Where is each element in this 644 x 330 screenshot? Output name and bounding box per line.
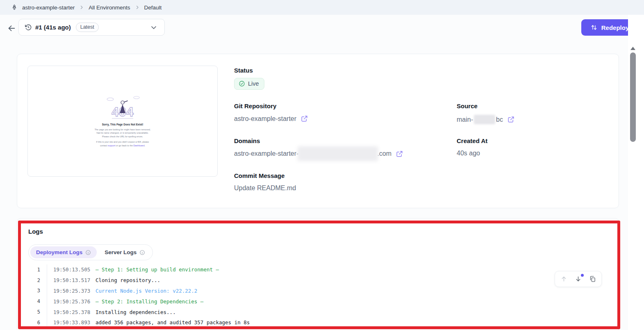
check-circle-icon (239, 80, 245, 87)
source-value: main-bc (457, 115, 503, 124)
copy-icon (589, 275, 596, 282)
log-line-number: 4 (17, 298, 40, 304)
scroll-to-top-button[interactable] (560, 275, 567, 282)
commit-message-label: Commit Message (234, 172, 296, 179)
created-at-value: 40s ago (457, 150, 480, 157)
git-repository-field: Git Repository astro-example-starter (234, 102, 308, 123)
redeploy-label: Redeploy (601, 24, 629, 31)
log-line-number: 6 (17, 320, 40, 325)
back-button[interactable] (6, 23, 17, 34)
preview-paragraph: The page you are looking for might have … (95, 128, 151, 139)
chevron-right-icon (79, 5, 84, 10)
chevron-right-icon (135, 5, 140, 10)
breadcrumb-environments[interactable]: All Environments (89, 5, 130, 11)
domain-value: astro-example-starter-.com (234, 150, 391, 158)
external-link-icon[interactable] (396, 150, 403, 158)
tab-deployment-logs-label: Deployment Logs (36, 249, 82, 255)
breadcrumb-project[interactable]: astro-example-starter (22, 5, 75, 11)
deployment-version-label: #1 (41s ago) (35, 24, 71, 31)
commit-message-field: Commit Message Update README.md (234, 172, 296, 192)
info-icon[interactable] (139, 250, 145, 255)
deployment-overview-card: 404 Sorry, This Page Does Not Exist! The… (17, 54, 619, 208)
log-viewer[interactable]: 1 19:50:13.505— Step 1: Setting up build… (17, 264, 619, 328)
log-timestamp: 19:50:33.893 (53, 319, 96, 325)
log-message: Installing dependencies... (96, 309, 176, 315)
preview-line5-pre: contact (100, 144, 108, 147)
status-field: Status Live (234, 67, 264, 90)
log-timestamp: 19:50:25.376 (53, 298, 96, 305)
preview-line2: had its name changed, or is temporarily … (96, 132, 148, 134)
domains-label: Domains (234, 137, 403, 144)
log-line: 4 19:50:25.376— Step 2: Installing Depen… (17, 296, 619, 307)
created-at-label: Created At (457, 137, 487, 144)
preview-line5-mid: or go back to the (116, 144, 134, 147)
source-hash-suffix: bc (496, 116, 503, 123)
log-message: added 356 packages, and audited 357 pack… (96, 319, 250, 325)
domain-suffix: .com (377, 150, 391, 157)
log-line-number: 1 (17, 267, 40, 273)
tab-server-logs-label: Server Logs (105, 249, 137, 255)
log-line: 6 19:50:33.893added 356 packages, and au… (17, 317, 619, 328)
source-branch-prefix: main- (457, 116, 473, 123)
commit-message-value: Update README.md (234, 184, 296, 192)
page-header: #1 (41s ago) Latest Redeploy (0, 15, 644, 43)
log-controls (555, 271, 602, 287)
status-badge: Live (234, 78, 264, 90)
site-preview-thumbnail[interactable]: 404 Sorry, This Page Does Not Exist! The… (27, 66, 218, 177)
domain-prefix: astro-example-starter- (234, 150, 298, 157)
domains-field: Domains astro-example-starter-.com (234, 137, 403, 158)
breadcrumb: astro-example-starter All Environments D… (0, 0, 644, 15)
preview-support-link: support (108, 144, 115, 147)
log-line: 5 19:50:25.378Installing dependencies... (17, 307, 619, 317)
redacted-domain (298, 146, 378, 161)
scroll-to-bottom-button[interactable] (575, 275, 582, 282)
log-line: 3 19:50:25.373Current Node.js Version: v… (17, 286, 619, 296)
breadcrumb-default[interactable]: Default (144, 5, 162, 11)
copy-logs-button[interactable] (589, 275, 596, 282)
git-repository-value: astro-example-starter (234, 115, 296, 123)
tab-deployment-logs[interactable]: Deployment Logs (30, 246, 97, 258)
log-message: Current Node.js Version: v22.22.2 (96, 288, 197, 294)
source-label: Source (457, 102, 515, 109)
logs-card: Logs Deployment Logs Server Logs 1 19:50… (17, 218, 619, 330)
status-value: Live (248, 80, 259, 87)
log-line: 2 19:50:13.517Cloning repository... (17, 275, 619, 286)
log-message: — Step 1: Setting up build environment — (96, 266, 219, 273)
scrollbar-thumb[interactable] (630, 52, 636, 142)
preview-paragraph2: If this is your site and you didn't expe… (96, 140, 149, 147)
deployment-selector[interactable]: #1 (41s ago) Latest (18, 19, 165, 36)
logs-tab-group: Deployment Logs Server Logs (28, 244, 153, 260)
new-logs-indicator-dot (581, 274, 584, 277)
history-icon (25, 24, 32, 31)
tab-server-logs[interactable]: Server Logs (99, 246, 151, 258)
log-line-number: 2 (17, 278, 40, 283)
log-message: Cloning repository... (96, 277, 160, 283)
preview-line4: If this is your site and you didn't expe… (96, 141, 149, 143)
chevron-down-icon (150, 23, 158, 32)
git-repository-label: Git Repository (234, 102, 308, 109)
redacted-commit-hash (474, 115, 495, 124)
log-line-number: 3 (17, 288, 40, 294)
preview-title: Sorry, This Page Does Not Exist! (102, 123, 143, 126)
created-at-field: Created At 40s ago (457, 137, 487, 157)
latest-badge: Latest (76, 23, 99, 32)
log-timestamp: 19:50:25.373 (53, 288, 96, 294)
logs-title: Logs (28, 228, 43, 235)
log-line-number: 5 (17, 309, 40, 315)
arrow-up-icon (560, 275, 567, 282)
arrow-down-icon (575, 275, 582, 282)
info-icon[interactable] (85, 250, 91, 255)
log-line: 1 19:50:13.505— Step 1: Setting up build… (17, 264, 619, 275)
preview-line5-end: . (145, 144, 146, 147)
source-field: Source main-bc (457, 102, 515, 124)
log-timestamp: 19:50:25.378 (53, 309, 96, 315)
log-message: — Step 2: Installing Dependencies — (96, 298, 203, 305)
preview-404-illustration: 404 (100, 95, 146, 121)
redeploy-arrows-icon (590, 24, 598, 31)
preview-line3: Please check the URL for spelling errors… (102, 135, 143, 138)
scrollbar-up-arrow[interactable] (630, 47, 635, 50)
external-link-icon[interactable] (300, 115, 308, 123)
external-link-icon[interactable] (507, 116, 515, 123)
log-timestamp: 19:50:13.505 (53, 266, 96, 273)
page-scrollbar (628, 15, 644, 330)
